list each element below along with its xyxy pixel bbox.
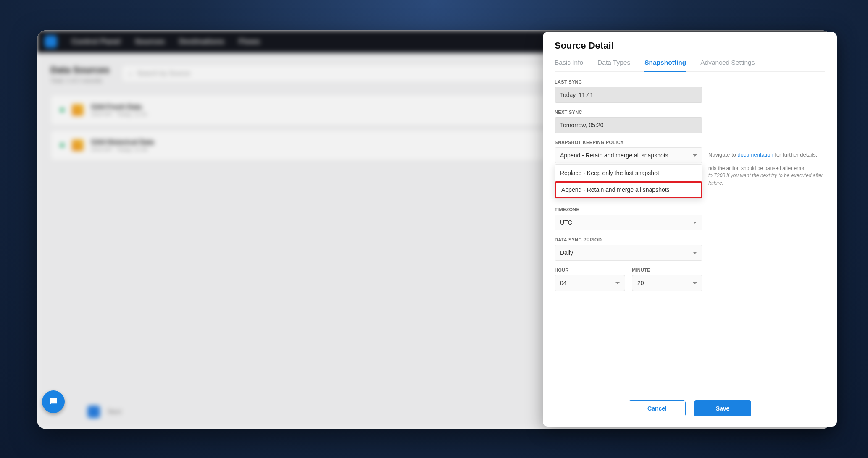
label-next-sync: NEXT SYNC bbox=[555, 110, 825, 115]
option-append[interactable]: Append - Retain and merge all snapshots bbox=[555, 181, 702, 198]
hour-select[interactable]: 04 bbox=[555, 275, 625, 291]
minute-select[interactable]: 20 bbox=[632, 275, 702, 291]
retry-hint: nds the action should be paused after er… bbox=[708, 165, 829, 187]
label-hour: HOUR bbox=[555, 267, 625, 272]
status-dot bbox=[60, 108, 64, 112]
nav-flows: Flows bbox=[239, 37, 260, 46]
ga-icon bbox=[72, 104, 84, 116]
doc-hint-prefix: Navigate to bbox=[708, 152, 737, 158]
nav-destinations: Destinations bbox=[179, 37, 224, 46]
pagination: Next bbox=[87, 406, 121, 418]
pagination-next: Next bbox=[108, 408, 121, 416]
label-data-sync-period: DATA SYNC PERIOD bbox=[555, 237, 825, 242]
chevron-down-icon bbox=[693, 282, 697, 284]
hour-value: 04 bbox=[560, 280, 567, 286]
page-title: Data Sources bbox=[50, 65, 110, 76]
retry-hint-line2: to 7200 if you want the next try to be e… bbox=[708, 172, 829, 179]
snapshot-policy-listbox: Replace - Keep only the last snapshot Ap… bbox=[555, 164, 702, 199]
form-area: LAST SYNC Today, 11:41 NEXT SYNC Tomorro… bbox=[555, 79, 825, 397]
last-sync-text: Today, 11:41 bbox=[560, 92, 593, 98]
source-detail-panel: Source Detail Basic Info Data Types Snap… bbox=[543, 32, 837, 427]
timezone-value: UTC bbox=[560, 219, 572, 226]
chevron-down-icon bbox=[693, 252, 697, 254]
doc-hint-suffix: for further details. bbox=[773, 152, 818, 158]
next-sync-text: Tomorrow, 05:20 bbox=[560, 122, 604, 128]
documentation-link[interactable]: documentation bbox=[737, 152, 773, 158]
cancel-button[interactable]: Cancel bbox=[629, 400, 686, 416]
panel-footer: Cancel Save bbox=[555, 397, 825, 416]
page-subtitle: Total: 2 of 2 records bbox=[50, 77, 110, 84]
nav-sources: Sources bbox=[135, 37, 165, 46]
status-dot bbox=[60, 143, 64, 147]
label-snapshot-policy: SNAPSHOT KEEPING POLICY bbox=[555, 140, 825, 145]
tab-advanced-settings[interactable]: Advanced Settings bbox=[700, 59, 755, 71]
timezone-select[interactable]: UTC bbox=[555, 215, 702, 230]
data-sync-period-select[interactable]: Daily bbox=[555, 245, 702, 261]
chevron-down-icon bbox=[693, 222, 697, 224]
label-last-sync: LAST SYNC bbox=[555, 79, 825, 84]
option-replace[interactable]: Replace - Keep only the last snapshot bbox=[555, 165, 702, 181]
tab-basic-info[interactable]: Basic Info bbox=[555, 59, 583, 71]
tab-data-types[interactable]: Data Types bbox=[597, 59, 630, 71]
chevron-down-icon bbox=[615, 282, 620, 284]
chat-icon bbox=[48, 396, 59, 407]
search-placeholder: Search by Source bbox=[137, 70, 190, 77]
next-sync-value: Tomorrow, 05:20 bbox=[555, 117, 702, 133]
snapshot-policy-select[interactable]: Append - Retain and merge all snapshots bbox=[555, 147, 702, 163]
tab-snapshotting[interactable]: Snapshotting bbox=[644, 59, 686, 72]
save-button[interactable]: Save bbox=[694, 400, 751, 416]
panel-tabs: Basic Info Data Types Snapshotting Advan… bbox=[555, 59, 825, 72]
app-logo bbox=[45, 35, 57, 48]
chevron-down-icon bbox=[693, 154, 697, 157]
label-minute: MINUTE bbox=[632, 267, 702, 272]
retry-hint-line3: failure. bbox=[708, 180, 829, 187]
chat-launcher[interactable] bbox=[42, 390, 65, 413]
snapshot-policy-selected: Append - Retain and merge all snapshots bbox=[560, 152, 668, 159]
label-timezone: TIMEZONE bbox=[555, 207, 825, 212]
search-icon: ⌕ bbox=[129, 70, 133, 77]
retry-hint-line1: nds the action should be paused after er… bbox=[708, 165, 829, 172]
page-button bbox=[87, 406, 100, 418]
panel-title: Source Detail bbox=[555, 40, 825, 51]
last-sync-value: Today, 11:41 bbox=[555, 87, 702, 103]
ga-icon bbox=[72, 139, 84, 151]
nav-control-panel: Control Panel bbox=[71, 37, 121, 46]
documentation-hint: Navigate to documentation for further de… bbox=[708, 147, 817, 158]
minute-value: 20 bbox=[637, 280, 644, 286]
data-sync-period-value: Daily bbox=[560, 249, 573, 256]
